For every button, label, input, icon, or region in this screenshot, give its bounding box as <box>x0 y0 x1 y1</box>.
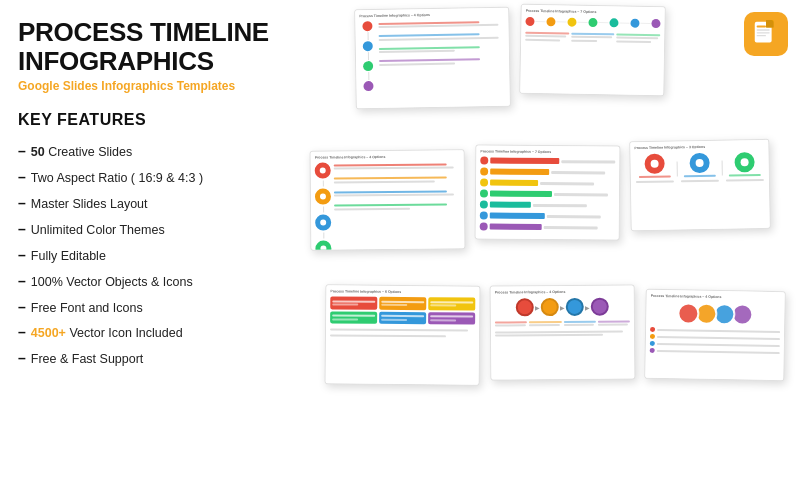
step-dot <box>480 200 488 208</box>
connector <box>367 52 368 60</box>
text-group <box>379 56 505 67</box>
item-text: Unlimited Color Themes <box>31 219 165 242</box>
slide-card-5: Process Timeline Infographics – 3 Option… <box>629 139 771 231</box>
line <box>577 22 587 23</box>
text-line <box>525 35 567 38</box>
connector <box>322 181 323 187</box>
text-line <box>525 31 569 34</box>
gs-svg <box>751 19 781 49</box>
subtitle-rest: Infographics Templates <box>98 79 235 93</box>
bubble-1 <box>677 302 699 324</box>
main-container: PROCESS TIMELINE INFOGRAPHICS Google Sli… <box>0 0 800 500</box>
text-line <box>684 175 716 178</box>
item-text: 50 Creative Slides <box>31 141 132 164</box>
indicator-row <box>650 341 780 348</box>
text-line <box>379 58 480 62</box>
big-circle-2 <box>315 188 331 204</box>
text-group <box>379 44 505 55</box>
bubble-row <box>650 302 780 326</box>
text-line <box>639 176 671 179</box>
slide-title-3: Process Timeline Infographics – 4 Option… <box>315 154 460 159</box>
text-line <box>334 163 447 166</box>
connector <box>323 233 324 239</box>
item-text: Free Font and Icons <box>31 297 143 320</box>
text-line <box>334 176 447 179</box>
text-line <box>529 324 560 326</box>
svg-rect-2 <box>757 29 770 30</box>
text-line <box>379 46 480 50</box>
slide-inner-7: Process Timeline Infographics – 4 Option… <box>491 285 635 379</box>
text-group <box>334 175 460 185</box>
list-item: – Master Slides Layout <box>18 191 270 217</box>
list-item: – Two Aspect Ratio ( 16:9 & 4:3 ) <box>18 165 270 191</box>
text-group <box>334 188 460 198</box>
dash: – <box>18 217 26 243</box>
list-item: – 100% Vector Objects & Icons <box>18 269 270 295</box>
h-timeline <box>525 17 660 28</box>
slide-content-2 <box>525 17 660 44</box>
bottom-text <box>330 326 475 338</box>
inner <box>651 160 659 168</box>
text-line <box>657 349 780 353</box>
text-line <box>430 319 456 321</box>
text-content-3 <box>334 161 461 250</box>
list-item: – 4500+ Vector Icon Included <box>18 320 270 346</box>
svg-rect-1 <box>757 26 766 28</box>
slide-inner-4: Process Timeline Infographics – 7 Option… <box>476 145 620 239</box>
slide-content-3 <box>315 161 461 250</box>
text-line <box>529 321 561 323</box>
slide-title-1: Process Timeline Infographics – 4 Option… <box>359 12 504 19</box>
page-title: PROCESS TIMELINE INFOGRAPHICS <box>18 18 270 75</box>
indicator-row <box>650 348 780 355</box>
slide-content-5 <box>634 152 765 185</box>
line <box>619 22 629 23</box>
item-text: Master Slides Layout <box>31 193 148 216</box>
slide-inner-6: Process Timeline Infographics – 6 Option… <box>326 285 480 384</box>
dash: – <box>18 320 26 346</box>
text-line <box>636 180 674 183</box>
col <box>525 30 569 43</box>
line <box>556 21 566 22</box>
text-line <box>381 300 424 302</box>
text-line <box>563 320 595 322</box>
text-group <box>334 202 460 212</box>
text-line <box>657 328 780 332</box>
text-line <box>332 300 375 302</box>
step-boxes <box>480 156 616 231</box>
slide-title-6: Process Timeline Infographics – 6 Option… <box>330 289 475 294</box>
text-line <box>495 321 527 323</box>
item-text: 4500+ Vector Icon Included <box>31 322 183 345</box>
slide-content-6 <box>330 296 475 338</box>
step-bar <box>490 212 545 218</box>
step-row <box>480 156 615 165</box>
node-blue <box>363 41 373 51</box>
slide-title-4: Process Timeline Infographics – 7 Option… <box>480 149 615 154</box>
text-line <box>617 36 659 39</box>
dot-3 <box>567 18 576 27</box>
dot-7 <box>651 19 660 28</box>
big-circle-3 <box>315 214 331 230</box>
connector <box>323 207 324 213</box>
text-line <box>379 33 480 37</box>
text-line <box>334 207 410 210</box>
circle-item <box>634 153 675 184</box>
list-item: – Free & Fast Support <box>18 346 270 372</box>
step-dot <box>480 167 488 175</box>
text-line <box>598 323 629 325</box>
v-sep <box>677 161 678 176</box>
right-panel: Process Timeline Infographics – 4 Option… <box>290 0 800 500</box>
text-line <box>330 328 468 331</box>
text-line <box>332 303 358 305</box>
text-line <box>551 171 605 174</box>
text-line <box>334 193 454 196</box>
lg-circle <box>734 152 754 172</box>
grid-cell <box>379 311 426 324</box>
google-slides-icon <box>744 12 788 56</box>
item-text: Fully Editable <box>31 245 106 268</box>
features-list: – 50 Creative Slides – Two Aspect Ratio … <box>18 139 270 372</box>
circle-arrow-row: ▶ ▶ ▶ <box>495 297 630 316</box>
dash: – <box>18 269 26 295</box>
lg-circle <box>644 154 664 174</box>
features-title: KEY FEATURES <box>18 111 270 129</box>
text-line <box>495 330 623 333</box>
